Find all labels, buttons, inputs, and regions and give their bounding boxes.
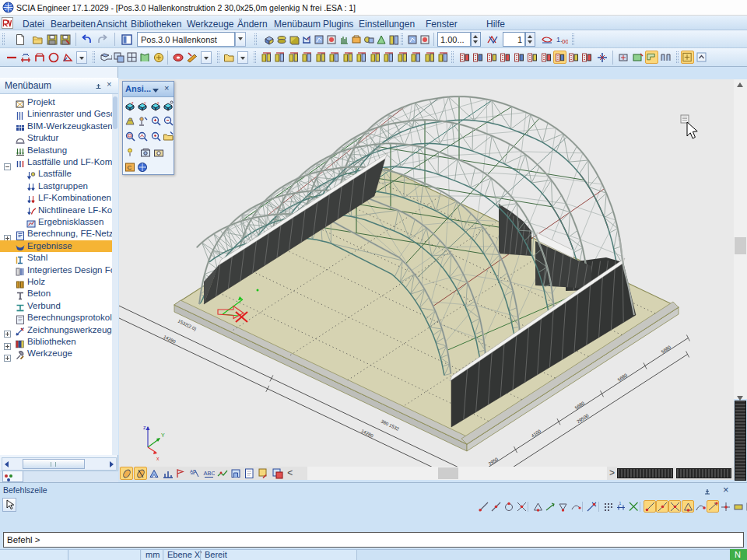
svg-text:Y: Y [161,432,165,438]
svg-text:5680: 5680 [617,373,629,383]
svg-text:z: z [143,425,146,430]
svg-text:4100: 4100 [531,429,542,439]
svg-text:2950: 2950 [488,457,500,467]
svg-text:00: 00 [562,38,568,45]
svg-text:x: x [156,456,160,461]
svg-text:x: x [157,100,160,105]
svg-text:380 1532: 380 1532 [381,419,401,432]
svg-text:AB: AB [190,469,196,474]
svg-text:C: C [128,164,132,171]
svg-text:14280: 14280 [360,429,374,439]
svg-text:5680: 5680 [661,345,672,355]
svg-text:z: z [132,100,134,105]
svg-text:5680: 5680 [574,401,586,411]
svg-text:1: 1 [619,501,621,506]
svg-text:14280: 14280 [163,334,177,345]
svg-text:y: y [144,100,146,105]
svg-text:y: y [307,36,310,40]
svg-text:ABC: ABC [203,470,215,477]
